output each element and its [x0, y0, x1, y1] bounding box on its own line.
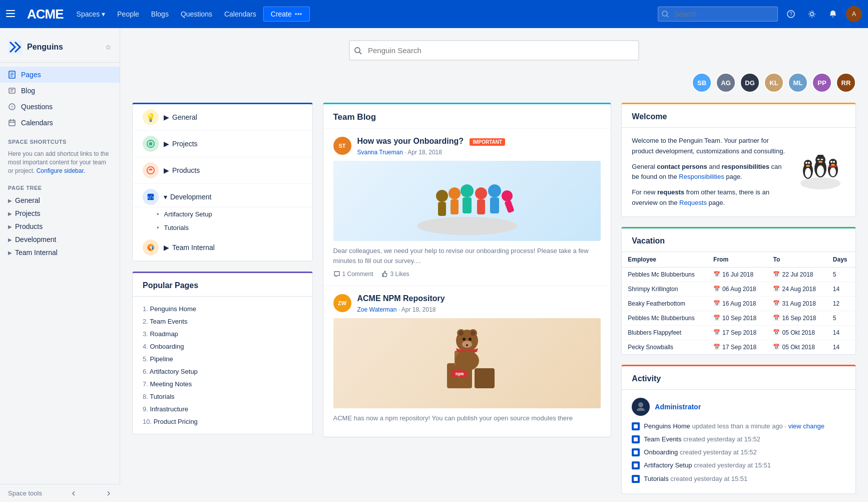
svg-point-38: [461, 184, 474, 197]
svg-point-77: [830, 167, 836, 176]
blog-post-1-image: [333, 161, 601, 241]
activity-page-2[interactable]: Team Events: [644, 435, 681, 443]
space-tools-button[interactable]: Space tools: [0, 484, 120, 502]
list-item[interactable]: Infrastructure: [143, 403, 302, 415]
favorite-icon[interactable]: ☆: [105, 43, 112, 51]
svg-rect-39: [463, 197, 472, 213]
tree-item-general[interactable]: ▶ General: [0, 194, 120, 207]
list-item[interactable]: Pipeline: [143, 353, 302, 365]
help-icon[interactable]: ?: [783, 6, 799, 22]
nav-questions[interactable]: Questions: [176, 7, 217, 21]
like-count[interactable]: 3 Likes: [381, 271, 409, 278]
list-item[interactable]: Penguins Home: [143, 303, 302, 315]
avatar-4[interactable]: KL: [764, 73, 784, 93]
activity-page-3[interactable]: Onboarding: [644, 448, 678, 456]
svg-point-54: [459, 331, 464, 336]
requests-link[interactable]: Requests: [679, 199, 707, 206]
blog-post-2-meta-text: Zoe Waterman · Apr 18, 2018: [357, 306, 445, 313]
blog-author-link[interactable]: Svanna Trueman: [357, 149, 403, 156]
svg-point-44: [502, 190, 513, 201]
app-logo[interactable]: ACME: [27, 7, 64, 22]
global-search-wrap: [658, 7, 778, 22]
responsibilities-link[interactable]: Responsibilities: [679, 173, 724, 180]
list-item[interactable]: Artifactory Setup: [143, 365, 302, 378]
nav-people[interactable]: People: [112, 7, 144, 21]
svg-rect-85: [634, 450, 638, 454]
activity-page-4[interactable]: Artifactory Setup: [644, 461, 692, 469]
like-icon: [381, 271, 388, 278]
avatar-1[interactable]: SB: [692, 73, 712, 93]
welcome-body: Welcome to the Penguin Team. Your partne…: [622, 128, 855, 216]
middle-column: Team Blog ST How was your Onboarding? im…: [323, 103, 612, 494]
avatar-7[interactable]: RR: [836, 73, 856, 93]
settings-icon[interactable]: [804, 6, 820, 22]
svg-point-22: [355, 48, 360, 53]
blog-post-2-title: ACME NPM Repository: [357, 294, 445, 303]
blog-author-avatar-1: ST: [333, 137, 351, 155]
shortcuts-text: Here you can add shortcut links to the m…: [0, 148, 120, 179]
blog-post-1: ST How was your Onboarding? important Sv…: [323, 129, 611, 286]
activity-page-1[interactable]: Penguins Home: [644, 422, 690, 430]
popular-pages-list: Penguins Home Team Events Roadmap Onboar…: [133, 297, 312, 434]
svg-text:?: ?: [11, 105, 13, 110]
avatar-6[interactable]: PP: [812, 73, 832, 93]
list-item[interactable]: Product Pricing: [143, 415, 302, 428]
nav-spaces[interactable]: Spaces ▾: [72, 7, 111, 21]
page-search-input[interactable]: [349, 40, 639, 61]
list-item[interactable]: Tutorials: [143, 390, 302, 403]
svg-point-58: [469, 338, 472, 341]
tree-products[interactable]: ▶ Products: [133, 157, 312, 184]
list-item[interactable]: Onboarding: [143, 340, 302, 353]
svg-rect-35: [438, 202, 446, 216]
tree-development[interactable]: </> ▾ Development: [133, 184, 312, 207]
hamburger-icon[interactable]: [6, 10, 15, 19]
user-avatar[interactable]: A: [846, 6, 862, 22]
sidebar-item-pages[interactable]: Pages: [0, 67, 120, 83]
tree-team-internal[interactable]: 📢 ▶ Team Internal: [133, 234, 312, 261]
svg-point-60: [455, 351, 479, 371]
activity-username[interactable]: Administrator: [655, 403, 701, 411]
tree-item-products[interactable]: ▶ Products: [0, 220, 120, 233]
topnav-right: ? A: [658, 6, 862, 22]
left-column: 💡 ▶ General ▶ Projects: [132, 103, 313, 494]
global-search-input[interactable]: [658, 7, 778, 22]
tree-item-projects[interactable]: ▶ Projects: [0, 207, 120, 220]
svg-rect-1: [6, 13, 15, 14]
tree-projects[interactable]: ▶ Projects: [133, 131, 312, 157]
tree-artifactory-setup[interactable]: Artifactory Setup: [133, 207, 312, 221]
notifications-icon[interactable]: [825, 6, 841, 22]
tree-item-development[interactable]: ▶ Development: [0, 233, 120, 246]
sidebar-item-calendars[interactable]: Calendars: [0, 115, 120, 131]
activity-page-5[interactable]: Tutorials: [644, 475, 668, 482]
popular-pages-title: Popular Pages: [133, 273, 312, 297]
page-search-box: [349, 40, 639, 61]
nav-calendars[interactable]: Calendars: [219, 7, 261, 21]
avatar-3[interactable]: DG: [740, 73, 760, 93]
welcome-card: Welcome Welcome to the Penguin Team. You…: [621, 103, 856, 217]
view-change-link[interactable]: view change: [788, 422, 824, 430]
activity-item-1: Penguins Home updated less than a minute…: [632, 420, 845, 433]
comment-count[interactable]: 1 Comment: [333, 271, 373, 278]
sidebar-item-blog[interactable]: Blog: [0, 83, 120, 99]
tree-item-team-internal[interactable]: ▶ Team Internal: [0, 246, 120, 259]
sidebar-item-questions[interactable]: ? Questions: [0, 99, 120, 115]
nav-blogs[interactable]: Blogs: [146, 7, 174, 21]
blog-post-1-excerpt: Dear colleagues, we need your help to re…: [333, 246, 601, 266]
svg-point-57: [463, 338, 466, 341]
tree-general[interactable]: 💡 ▶ General: [133, 104, 312, 131]
space-name: Penguins: [27, 43, 100, 52]
blog-author-2-link[interactable]: Zoe Waterman: [357, 306, 397, 313]
col-from: From: [707, 252, 767, 268]
tree-tutorials[interactable]: Tutorials: [133, 221, 312, 234]
chevron-icon: ▶: [8, 250, 12, 256]
more-icon: •••: [295, 10, 302, 18]
list-item[interactable]: Team Events: [143, 315, 302, 328]
avatar-2[interactable]: AG: [716, 73, 736, 93]
list-item[interactable]: Meeting Notes: [143, 378, 302, 390]
blog-post-1-reactions: 1 Comment 3 Likes: [333, 271, 601, 278]
svg-rect-47: [475, 368, 495, 388]
configure-sidebar-link[interactable]: Configure sidebar.: [37, 167, 85, 174]
avatar-5[interactable]: ML: [788, 73, 808, 93]
create-button[interactable]: Create •••: [263, 7, 310, 22]
list-item[interactable]: Roadmap: [143, 328, 302, 340]
